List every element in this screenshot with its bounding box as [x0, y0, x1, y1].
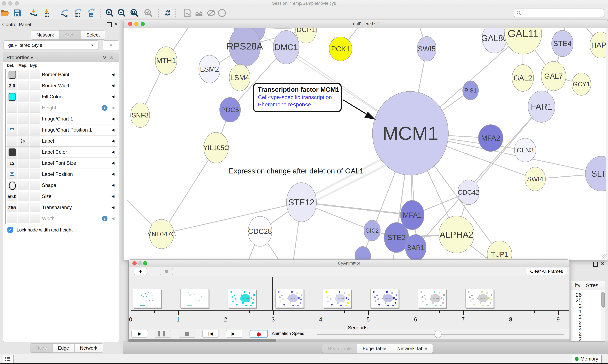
tab-network-style[interactable]: Network: [75, 344, 103, 352]
expand-row-icon[interactable]: ◀: [112, 158, 114, 169]
default-cell[interactable]: [7, 169, 17, 179]
info-icon[interactable]: i: [102, 216, 108, 221]
info-icon[interactable]: i: [102, 105, 108, 111]
mapping-cell[interactable]: [18, 169, 29, 179]
frame-thumbnail[interactable]: MCM1: [371, 289, 399, 308]
close-panel-icon[interactable]: ✕: [601, 261, 605, 266]
default-cell[interactable]: 50.0: [7, 192, 17, 201]
bypass-cell[interactable]: [30, 147, 40, 157]
expand-row-icon[interactable]: ◀: [112, 102, 114, 113]
bypass-cell[interactable]: [30, 203, 40, 212]
default-value[interactable]: 2.0: [7, 83, 17, 89]
mapping-cell[interactable]: [18, 103, 29, 113]
tab-node-table[interactable]: Node Table: [322, 344, 357, 353]
property-row[interactable]: Widthi◀: [6, 213, 117, 224]
play-button[interactable]: ▶: [131, 330, 148, 338]
bypass-cell[interactable]: [30, 70, 40, 79]
tab-edge[interactable]: Edge: [53, 344, 75, 352]
frame-thumbnail[interactable]: MCM1: [466, 289, 494, 308]
default-swatch[interactable]: [9, 71, 16, 78]
node-table-cell[interactable]: 2: [571, 325, 582, 331]
bypass-cell[interactable]: [30, 103, 40, 113]
mapping-cell[interactable]: [18, 147, 29, 157]
tab-node[interactable]: Node: [30, 344, 53, 352]
property-row[interactable]: Image/Chart 1◀: [6, 113, 117, 124]
slider-knob[interactable]: [435, 330, 441, 338]
tab-select[interactable]: Select: [81, 30, 105, 39]
bypass-cell[interactable]: [30, 158, 40, 168]
zoom-selected-icon[interactable]: [144, 8, 153, 18]
import-network-icon[interactable]: [29, 8, 38, 18]
style-selector[interactable]: galFiltered Style ▾: [3, 40, 98, 50]
network-snapshot-icon[interactable]: [183, 8, 192, 18]
pause-button[interactable]: ▌▌: [155, 330, 171, 338]
close-panel-icon[interactable]: ✕: [114, 21, 118, 26]
default-value[interactable]: 12: [7, 161, 17, 166]
search-input[interactable]: [524, 10, 602, 16]
default-cell[interactable]: [7, 103, 17, 113]
default-cell[interactable]: 255: [7, 203, 17, 212]
mapping-cell[interactable]: [18, 136, 29, 146]
expand-all-icon[interactable]: [102, 55, 107, 60]
resize-grip[interactable]: [602, 254, 607, 259]
skip-to-end-button[interactable]: ▶|: [226, 330, 242, 338]
bypass-cell[interactable]: [30, 92, 40, 102]
bypass-cell[interactable]: [30, 169, 40, 179]
tab-style[interactable]: Style: [59, 30, 81, 39]
frame-thumbnail[interactable]: MCM1: [228, 289, 256, 308]
clear-all-frames-button[interactable]: Clear All Frames: [526, 268, 567, 275]
property-row[interactable]: 255Transparency◀: [6, 202, 117, 213]
property-row[interactable]: 12Label Font Size◀: [6, 158, 117, 169]
bypass-cell[interactable]: [30, 214, 40, 223]
lock-size-checkbox[interactable]: ✓: [7, 227, 13, 233]
zoom-fit-icon[interactable]: [130, 8, 139, 18]
default-swatch[interactable]: [9, 148, 16, 156]
property-row[interactable]: 2.0Border Width◀: [6, 80, 117, 91]
tab-edge-table[interactable]: Edge Table: [357, 344, 392, 353]
default-cell[interactable]: [7, 136, 17, 146]
network-edge[interactable]: [162, 148, 216, 234]
show-all-icon[interactable]: [217, 8, 227, 18]
passthrough-mapping-icon[interactable]: [21, 139, 26, 143]
expand-row-icon[interactable]: ◀: [112, 91, 114, 102]
float-panel-icon[interactable]: [107, 22, 112, 27]
frame-thumbnail[interactable]: MCM1: [418, 289, 446, 308]
import-table-icon[interactable]: [42, 8, 51, 18]
mapping-cell[interactable]: [18, 158, 29, 168]
frame-thumbnail[interactable]: [180, 289, 209, 308]
ellipse-shape-icon[interactable]: [9, 182, 16, 190]
property-row[interactable]: Label Color◀: [6, 147, 117, 158]
property-row[interactable]: Label Position◀: [6, 169, 117, 180]
annotation-box[interactable]: Transcription factor MCM1 Cell-type-spec…: [253, 83, 342, 112]
expand-row-icon[interactable]: ◀: [112, 147, 114, 157]
refresh-view-icon[interactable]: [163, 8, 172, 18]
default-cell[interactable]: [7, 92, 17, 102]
expand-row-icon[interactable]: ◀: [112, 80, 114, 91]
node-table-cell[interactable]: 1: [571, 308, 582, 315]
mapping-cell[interactable]: [18, 92, 29, 102]
property-row[interactable]: Image/Chart Position 1◀: [6, 124, 117, 135]
node-table-cell[interactable]: 2: [571, 319, 582, 326]
default-cell[interactable]: [7, 181, 17, 190]
mapping-cell[interactable]: [18, 192, 29, 201]
node-table-cell[interactable]: 26: [571, 292, 582, 298]
skip-to-start-button[interactable]: |◀: [202, 330, 219, 338]
property-row[interactable]: Fill Color◀: [6, 91, 117, 102]
collapse-all-icon[interactable]: [109, 55, 114, 60]
default-cell[interactable]: [7, 114, 17, 124]
column-stress[interactable]: Stres: [586, 282, 598, 288]
expand-row-icon[interactable]: ◀: [112, 191, 114, 202]
network-edge[interactable]: [162, 202, 302, 234]
mapping-cell[interactable]: [18, 114, 29, 124]
table-scrollbar[interactable]: [601, 290, 605, 341]
property-row[interactable]: Heighti◀: [6, 102, 117, 113]
annotation-link-1[interactable]: Cell-type-specific transcription: [258, 94, 332, 100]
default-cell[interactable]: [7, 214, 17, 223]
mapping-cell[interactable]: [18, 81, 29, 91]
annotation-link-2[interactable]: Pheromone response: [258, 101, 311, 108]
style-options-button[interactable]: ▾: [103, 40, 119, 51]
network-edge[interactable]: [313, 159, 382, 195]
expand-row-icon[interactable]: ◀: [112, 113, 114, 124]
cyanimator-title-bar[interactable]: CyAnimator: [129, 260, 569, 267]
network-scrollbar[interactable]: [606, 28, 608, 260]
